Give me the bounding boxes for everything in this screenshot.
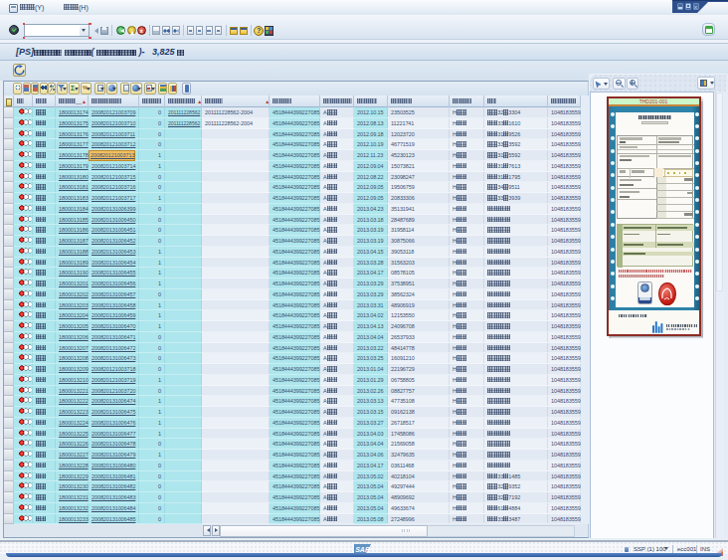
svg-text:SAP: SAP bbox=[355, 546, 370, 553]
